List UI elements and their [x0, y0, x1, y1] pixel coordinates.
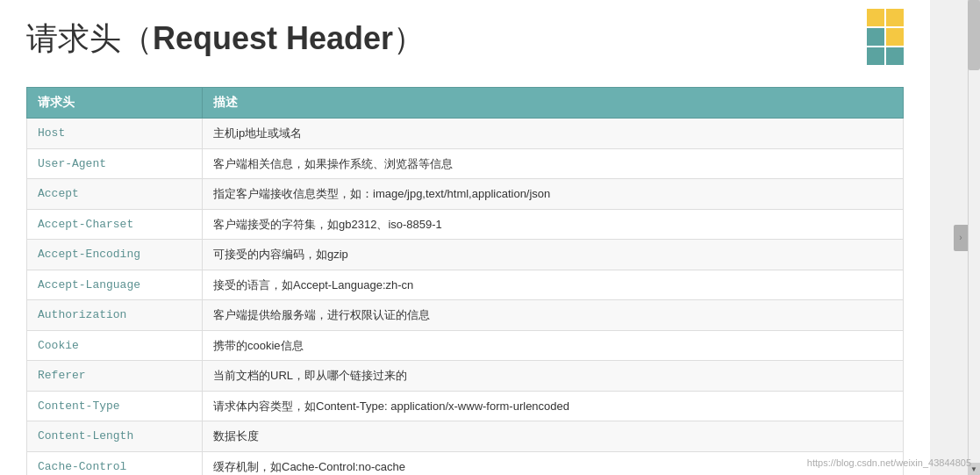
table-cell-description: 客户端接受的字符集，如gb2312、iso-8859-1 [203, 209, 904, 240]
table-cell-description: 请求体内容类型，如Content-Type: application/x-www… [203, 391, 904, 421]
table-cell-header: Cookie [27, 330, 203, 361]
table-cell-description: 携带的cookie信息 [203, 330, 904, 361]
table-cell-header: Host [27, 119, 203, 149]
deco-sq-1 [886, 9, 904, 26]
table-row: Content-Type请求体内容类型，如Content-Type: appli… [27, 391, 904, 421]
table-cell-description: 客户端提供给服务端，进行权限认证的信息 [203, 300, 904, 331]
table-row: Cache-Control缓存机制，如Cache-Control:no-cach… [27, 451, 904, 475]
table-cell-header: Authorization [27, 300, 203, 331]
decorative-squares [851, 9, 904, 61]
deco-sq-2 [867, 9, 884, 26]
deco-sq-5 [886, 47, 904, 65]
table-cell-header: Referer [27, 361, 203, 392]
table-row: Referer当前文档的URL，即从哪个链接过来的 [27, 361, 904, 392]
table-cell-description: 接受的语言，如Accept-Language:zh-cn [203, 270, 904, 300]
table-cell-header: User-Agent [27, 148, 203, 179]
table-cell-header: Accept [27, 179, 203, 210]
table-cell-description: 缓存机制，如Cache-Control:no-cache [203, 451, 904, 475]
table-row: Accept指定客户端接收信息类型，如：image/jpg,text/html,… [27, 179, 904, 210]
table-row: Cookie携带的cookie信息 [27, 330, 904, 361]
table-header-row: 请求头 描述 [27, 88, 904, 119]
table-cell-description: 当前文档的URL，即从哪个链接过来的 [203, 361, 904, 392]
side-collapse-arrow[interactable]: › [954, 225, 968, 251]
deco-sq-3 [867, 28, 884, 46]
page-title: 请求头（Request Header） [26, 18, 904, 69]
table-row: Accept-Encoding可接受的内容编码，如gzip [27, 240, 904, 270]
table-row: Accept-Charset客户端接受的字符集，如gb2312、iso-8859… [27, 209, 904, 240]
deco-sq-6 [867, 47, 884, 65]
deco-sq-4 [886, 28, 904, 46]
scrollbar-thumb[interactable] [968, 0, 980, 70]
table-cell-header: Accept-Language [27, 270, 203, 300]
table-cell-header: Accept-Encoding [27, 240, 203, 270]
scrollbar-track[interactable]: ▲ ▼ [968, 0, 980, 475]
table-cell-description: 数据长度 [203, 421, 904, 452]
table-cell-description: 主机ip地址或域名 [203, 119, 904, 149]
table-row: User-Agent客户端相关信息，如果操作系统、浏览器等信息 [27, 148, 904, 179]
table-cell-header: Accept-Charset [27, 209, 203, 240]
request-header-table: 请求头 描述 Host主机ip地址或域名User-Agent客户端相关信息，如果… [26, 87, 904, 475]
col-header-header: 请求头 [27, 88, 203, 119]
table-cell-header: Cache-Control [27, 451, 203, 475]
table-cell-header: Content-Length [27, 421, 203, 452]
table-row: Accept-Language接受的语言，如Accept-Language:zh… [27, 270, 904, 300]
table-row: Host主机ip地址或域名 [27, 119, 904, 149]
page-container: 请求头（Request Header） 请求头 描述 Host主机ip地址或域名… [0, 0, 930, 475]
table-row: Authorization客户端提供给服务端，进行权限认证的信息 [27, 300, 904, 331]
table-row: Content-Length数据长度 [27, 421, 904, 452]
col-header-description: 描述 [203, 88, 904, 119]
table-cell-description: 可接受的内容编码，如gzip [203, 240, 904, 270]
watermark: https://blog.csdn.net/weixin_43844805 [807, 457, 971, 468]
table-cell-header: Content-Type [27, 391, 203, 421]
table-cell-description: 客户端相关信息，如果操作系统、浏览器等信息 [203, 148, 904, 179]
table-cell-description: 指定客户端接收信息类型，如：image/jpg,text/html,applic… [203, 179, 904, 210]
